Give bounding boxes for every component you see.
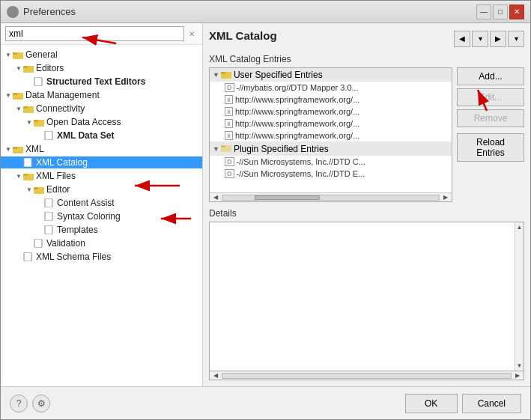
folder-icon-xf xyxy=(23,171,34,180)
expand-icon-dm: ▼ xyxy=(4,91,13,100)
main-content: ✕ ▼ General xyxy=(1,23,530,386)
expand-icon-oda: ▼ xyxy=(25,118,34,127)
tree-row-connectivity[interactable]: ▼ Connectivity xyxy=(1,103,202,115)
tree-item-editor: ▼ Editor xyxy=(1,183,202,196)
search-clear-button[interactable]: ✕ xyxy=(186,28,198,40)
tree-row-xml-files[interactable]: ▼ XML Files xyxy=(1,170,202,182)
bottom-right: OK Cancel xyxy=(405,394,521,413)
h-scrollbar-details[interactable]: ◀ ▶ xyxy=(209,371,524,380)
catalog-entry-1[interactable]: x http://www.springframework.org/... xyxy=(210,94,452,106)
bottom-bar: ? ⚙ OK Cancel xyxy=(1,386,530,419)
edit-button[interactable]: Edit... xyxy=(457,88,524,106)
scroll-track[interactable] xyxy=(222,195,440,201)
nav-dropdown-button[interactable]: ▾ xyxy=(472,31,488,47)
ok-button[interactable]: OK xyxy=(405,394,458,413)
expand-icon-xsf xyxy=(14,252,23,261)
plugin-entry-0[interactable]: D -//Sun Microsystems, Inc.//DTD C... xyxy=(210,156,452,168)
catalog-entry-4[interactable]: x http://www.springframework.org/... xyxy=(210,130,452,141)
folder-icon-xml xyxy=(13,144,23,153)
catalog-entry-0[interactable]: D -//mybatis.org//DTD Mapper 3.0... xyxy=(210,82,452,94)
settings-button[interactable]: ⚙ xyxy=(32,395,50,413)
svg-rect-3 xyxy=(23,66,28,68)
details-section: Details ▲ ▼ ◀ ▶ xyxy=(209,208,524,380)
tree-item-xml-catalog: XML Catalog xyxy=(1,156,202,169)
plugin-entry-type-0: D xyxy=(225,157,234,166)
expand-icon-xds xyxy=(35,131,44,140)
vscroll-down[interactable]: ▼ xyxy=(517,362,523,369)
right-panel: XML Catalog ◀ ▾ ▶ ▾ XML Catalog Entries xyxy=(203,23,530,386)
page-icon-xsf xyxy=(23,252,34,261)
vscroll-up[interactable]: ▲ xyxy=(517,224,523,231)
tree-label-xml-schema-files: XML Schema Files xyxy=(36,252,111,262)
tree-row-xml-data-set[interactable]: XML Data Set xyxy=(1,130,202,141)
tree-row-editor[interactable]: ▼ Editor xyxy=(1,183,202,195)
tree-row-xml-catalog[interactable]: XML Catalog xyxy=(1,156,202,168)
tree-item-content-assist: Content Assist xyxy=(1,196,202,210)
minimize-button[interactable]: — xyxy=(476,4,491,19)
catalog-list[interactable]: ▼ User Specified Entries D -//mybatis.or… xyxy=(210,68,452,192)
tree-row-oda[interactable]: ▼ Open Data Access xyxy=(1,116,202,128)
folder-icon-user-specified xyxy=(221,70,231,80)
user-specified-label: User Specified Entries xyxy=(234,70,323,80)
tree-item-xml-schema-files: XML Schema Files xyxy=(1,250,202,264)
title-bar-left: Preferences xyxy=(7,6,76,18)
tree-label-xml: XML xyxy=(25,144,44,154)
cancel-button[interactable]: Cancel xyxy=(462,394,521,413)
tree-row-validation[interactable]: Validation xyxy=(1,237,202,249)
tree-label-xml-files: XML Files xyxy=(36,171,76,181)
svg-rect-23 xyxy=(24,252,31,261)
maximize-button[interactable]: □ xyxy=(493,4,508,19)
svg-rect-16 xyxy=(23,174,28,176)
forward-button[interactable]: ▶ xyxy=(490,31,506,47)
svg-rect-21 xyxy=(45,225,52,234)
reload-button[interactable]: Reload Entries xyxy=(457,133,524,162)
plugin-specified-label: Plugin Specified Entries xyxy=(234,144,329,154)
details-scroll-left[interactable]: ◀ xyxy=(211,372,220,379)
tree-row-xml[interactable]: ▼ XML xyxy=(1,143,202,155)
expand-user-specified: ▼ xyxy=(213,71,219,79)
remove-button[interactable]: Remove xyxy=(457,109,524,127)
tree-label-oda: Open Data Access xyxy=(46,117,121,127)
details-scroll-right[interactable]: ▶ xyxy=(513,372,522,379)
tree-row-data-management[interactable]: ▼ Data Management xyxy=(1,89,202,101)
tree-item-xml: ▼ XML xyxy=(1,142,202,156)
entry-text-1: http://www.springframework.org/... xyxy=(235,95,359,104)
details-box: ▲ ▼ xyxy=(209,222,524,371)
window-controls[interactable]: — □ ✕ xyxy=(476,4,524,19)
tree-row-syntax-coloring[interactable]: Syntax Coloring xyxy=(1,210,202,222)
svg-rect-10 xyxy=(34,120,38,122)
expand-plugin-specified: ▼ xyxy=(213,145,219,153)
close-button[interactable]: ✕ xyxy=(509,4,524,19)
scroll-right[interactable]: ▶ xyxy=(441,194,450,201)
tree-label-general: General xyxy=(25,49,58,60)
expand-icon-xml: ▼ xyxy=(4,144,13,153)
plugin-specified-group[interactable]: ▼ Plugin Specified Entries xyxy=(210,141,452,156)
catalog-entry-2[interactable]: x http://www.springframework.org/... xyxy=(210,106,452,118)
help-button[interactable]: ? xyxy=(10,395,28,413)
user-specified-group[interactable]: ▼ User Specified Entries xyxy=(210,68,452,82)
nav-dropdown2-button[interactable]: ▾ xyxy=(508,31,524,47)
tree-row-editors[interactable]: ▼ Editors xyxy=(1,62,202,74)
expand-icon-conn: ▼ xyxy=(14,104,23,113)
scroll-thumb[interactable] xyxy=(255,195,320,200)
catalog-entry-3[interactable]: x http://www.springframework.org/... xyxy=(210,118,452,130)
svg-rect-14 xyxy=(24,158,31,167)
tree-row-general[interactable]: ▼ General xyxy=(1,49,202,61)
catalog-buttons: Add... Edit... Remove Reload Entries xyxy=(457,67,524,202)
h-scrollbar[interactable]: ◀ ▶ xyxy=(210,192,452,201)
entry-type-icon-2: x xyxy=(225,107,233,116)
tree-row-xml-schema-files[interactable]: XML Schema Files xyxy=(1,251,202,263)
search-input[interactable] xyxy=(5,26,184,41)
v-scrollbar-details[interactable]: ▲ ▼ xyxy=(515,222,524,371)
back-button[interactable]: ◀ xyxy=(454,31,470,47)
tree-row-templates[interactable]: Templates xyxy=(1,224,202,236)
tree-row-structured-text-editors[interactable]: Structured Text Editors xyxy=(1,76,202,88)
plugin-entry-1[interactable]: D -//Sun Microsystems, Inc.//DTD E... xyxy=(210,168,452,180)
details-scroll-track[interactable] xyxy=(222,373,512,379)
tree-label-syntax-coloring: Syntax Coloring xyxy=(57,211,121,222)
entry-text-2: http://www.springframework.org/... xyxy=(235,107,359,116)
expand-icon-ed: ▼ xyxy=(25,185,34,194)
scroll-left[interactable]: ◀ xyxy=(211,194,220,201)
tree-row-content-assist[interactable]: Content Assist xyxy=(1,197,202,209)
add-button[interactable]: Add... xyxy=(457,67,524,85)
